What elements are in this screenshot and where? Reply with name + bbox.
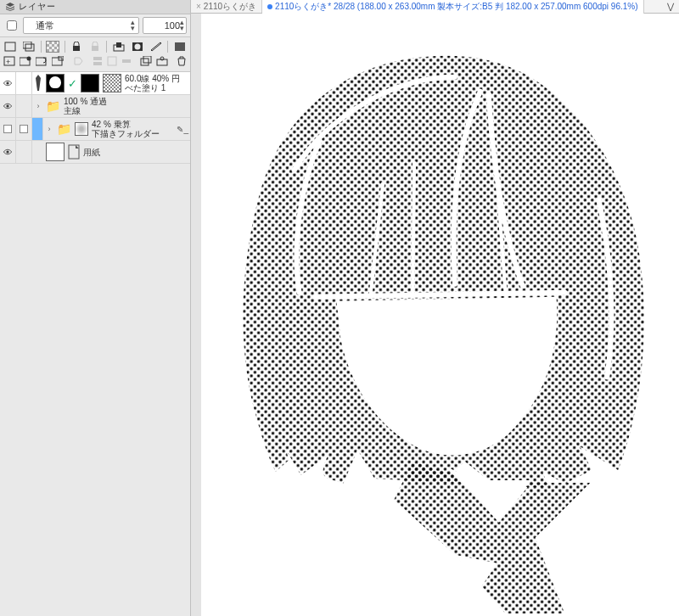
svg-rect-15 xyxy=(52,58,62,65)
svg-rect-3 xyxy=(73,46,80,51)
opacity-field[interactable]: 100 ▴▾ xyxy=(143,17,187,34)
svg-rect-14 xyxy=(36,58,46,65)
separator xyxy=(41,41,42,53)
layer-thumb xyxy=(75,122,88,136)
svg-rect-21 xyxy=(141,59,149,65)
svg-rect-4 xyxy=(92,46,98,51)
layer-paper[interactable]: 用紙 xyxy=(0,141,190,164)
svg-point-13 xyxy=(27,56,31,60)
visibility-toggle[interactable] xyxy=(0,141,16,163)
empty-eye-icon xyxy=(3,125,12,133)
layer-thumb xyxy=(46,74,65,92)
mask-button[interactable] xyxy=(130,40,144,53)
layer-line1: 100 % 通過 xyxy=(64,97,107,106)
layer-line2: 下描きフォルダー xyxy=(92,129,160,138)
flatten-button[interactable] xyxy=(121,54,132,67)
svg-rect-20 xyxy=(122,59,131,63)
chevron-updown-icon: ▴▾ xyxy=(180,20,184,31)
layer-panel: レイヤー 通常 ▴▾ 100 ▴▾ + xyxy=(0,0,191,616)
svg-point-25 xyxy=(6,81,8,84)
new-ref-button[interactable] xyxy=(36,54,48,67)
merge-visible-button[interactable] xyxy=(107,54,117,67)
transfer-button[interactable] xyxy=(72,54,84,67)
svg-rect-9 xyxy=(175,42,185,51)
lock-toggle[interactable] xyxy=(16,95,32,117)
canvas[interactable] xyxy=(201,14,679,616)
new-raster-button[interactable]: + xyxy=(3,54,15,67)
tone-thumb xyxy=(103,74,121,92)
svg-text:+: + xyxy=(6,58,10,66)
layer-line2: べた塗り 1 xyxy=(125,83,180,92)
layer-list: ✓ 60.0線 40% 円 べた塗り 1 › 📁 100 % 通過 主線 xyxy=(0,72,190,164)
new-two-button[interactable] xyxy=(22,40,36,53)
chevron-updown-icon: ▴▾ xyxy=(131,20,135,31)
layer-label: 60.0線 40% 円 べた塗り 1 xyxy=(125,74,180,92)
layer-folder-shitagaki[interactable]: › 📁 42 % 乗算 下描きフォルダー ✎_ xyxy=(0,118,190,141)
svg-rect-1 xyxy=(23,42,31,48)
unsaved-dot-icon xyxy=(267,4,272,9)
tool-row-2: + xyxy=(2,53,188,68)
blend-check[interactable] xyxy=(7,20,17,31)
layer-color-tag[interactable] xyxy=(32,118,43,140)
blend-opacity-row: 通常 ▴▾ 100 ▴▾ xyxy=(0,14,190,37)
panel-title-bar: レイヤー xyxy=(0,0,190,14)
document-tab-active[interactable]: 2110らくがき* 28/28 (188.00 x 263.00mm 製本サイズ… xyxy=(262,0,643,14)
document-tab-inactive[interactable]: × 2110らくがき xyxy=(191,0,262,13)
new-vector-button[interactable] xyxy=(20,54,31,67)
layer-label: 42 % 乗算 下描きフォルダー xyxy=(92,120,160,138)
svg-rect-22 xyxy=(143,56,151,63)
eye-icon xyxy=(3,80,13,87)
disclosure-icon[interactable]: › xyxy=(34,102,42,110)
empty-lock-icon xyxy=(20,125,28,133)
layer-color-button[interactable] xyxy=(172,40,187,53)
lock-button[interactable] xyxy=(70,40,84,53)
lock-toggle[interactable] xyxy=(16,118,32,140)
lock-toggle[interactable] xyxy=(16,141,32,163)
separator xyxy=(167,41,168,53)
eye-icon xyxy=(3,103,13,109)
canvas-area: × 2110らくがき 2110らくがき* 28/28 (188.00 x 263… xyxy=(191,0,679,616)
eye-icon xyxy=(3,148,13,155)
layer-line2: 主線 xyxy=(64,106,107,115)
svg-rect-6 xyxy=(116,42,121,48)
check-icon: ✓ xyxy=(68,77,77,90)
light-table-button[interactable] xyxy=(156,54,168,67)
new-button[interactable] xyxy=(3,40,18,53)
lock-alpha-button[interactable] xyxy=(88,40,103,53)
tab-overflow-icon[interactable]: ⋁ xyxy=(662,2,679,11)
separator xyxy=(106,41,107,53)
svg-rect-0 xyxy=(5,42,15,51)
new-frame-button[interactable] xyxy=(52,54,64,67)
paper-icon xyxy=(68,144,80,160)
merge-down-button[interactable] xyxy=(93,54,103,67)
layers-icon xyxy=(5,3,15,11)
layer-line1: 60.0線 40% 円 xyxy=(125,74,180,83)
visibility-toggle[interactable] xyxy=(0,72,16,94)
disclosure-icon[interactable]: › xyxy=(45,125,53,133)
layer-line2: 用紙 xyxy=(83,148,100,157)
visibility-toggle[interactable] xyxy=(0,95,16,117)
svg-rect-17 xyxy=(93,57,102,60)
layer-thumb xyxy=(46,143,65,161)
clip-mask-button[interactable] xyxy=(111,40,126,53)
layer-folder-senga[interactable]: › 📁 100 % 通過 主線 xyxy=(0,95,190,118)
blend-mode-select[interactable]: 通常 ▴▾ xyxy=(23,17,139,34)
combine-button[interactable] xyxy=(140,54,152,67)
lock-toggle[interactable] xyxy=(16,72,32,94)
trash-button[interactable] xyxy=(177,54,187,67)
layer-line1: 42 % 乗算 xyxy=(92,120,160,129)
ruler-button[interactable] xyxy=(149,40,163,53)
svg-rect-19 xyxy=(108,57,116,65)
layer-mask-thumb xyxy=(81,74,99,92)
separator xyxy=(65,41,65,53)
visibility-toggle[interactable] xyxy=(0,118,16,140)
layer-label: 100 % 通過 主線 xyxy=(64,97,107,115)
svg-rect-2 xyxy=(25,44,34,51)
close-icon[interactable]: × xyxy=(196,2,201,11)
layer-label: 用紙 xyxy=(83,148,100,157)
layer-tone[interactable]: ✓ 60.0線 40% 円 べた塗り 1 xyxy=(0,72,190,95)
checker-button[interactable] xyxy=(46,40,60,53)
draft-icon: ✎_ xyxy=(177,125,188,134)
folder-icon: 📁 xyxy=(46,99,60,113)
canvas-drawing xyxy=(201,14,679,613)
